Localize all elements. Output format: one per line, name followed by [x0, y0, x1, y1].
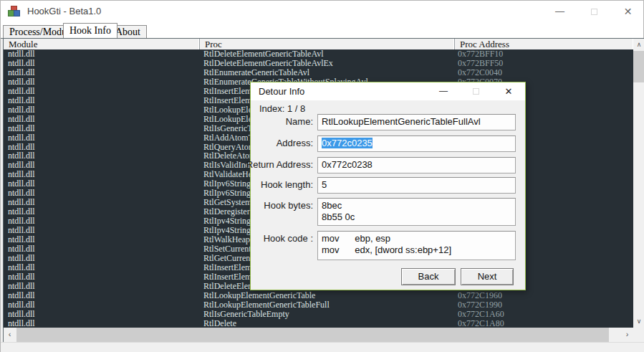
cell-proc: RtlEnumerateGenericTableAvl: [203, 68, 309, 77]
hook-bytes-label: Hook bytes:: [264, 200, 313, 211]
cell-module: ntdll.dll: [8, 254, 35, 263]
cell-module: ntdll.dll: [8, 87, 35, 96]
cell-module: ntdll.dll: [8, 133, 35, 143]
app-icon: [8, 6, 21, 17]
cell-module: ntdll.dll: [8, 68, 35, 77]
vertical-scroll-thumb[interactable]: [633, 51, 644, 82]
selected-address-text: 0x772c0235: [322, 138, 373, 148]
hook-code-field[interactable]: mov ebp, espmov edx, [dword ss:ebp+12]: [317, 231, 516, 260]
bottom-strip: [1, 342, 644, 352]
cell-proc-address: 0x772C1A60: [458, 310, 504, 319]
title-bar: HookGti - Beta1.0 — ✕: [1, 1, 643, 22]
hook-length-label: Hook length:: [261, 179, 313, 190]
name-label: Name:: [286, 116, 313, 127]
cell-module: ntdll.dll: [8, 105, 35, 115]
hook-bytes-line: 8b55 0c: [322, 211, 515, 223]
cell-proc-address: 0x772C1990: [458, 300, 502, 310]
cell-module: ntdll.dll: [8, 282, 35, 291]
cell-module: ntdll.dll: [8, 319, 35, 328]
table-row[interactable]: ntdll.dllRtlLookupElementGenericTable0x7…: [4, 291, 633, 300]
column-header-module[interactable]: Module: [4, 39, 200, 49]
dialog-minimize-button[interactable]: —: [431, 82, 456, 100]
cell-proc-address: 0x772C0040: [458, 68, 502, 77]
hook-code-line: mov ebp, esp: [322, 233, 515, 244]
cell-proc: RtlDelete: [203, 319, 236, 328]
cell-proc-address: 0x772BFF50: [458, 59, 503, 68]
table-row[interactable]: ntdll.dllRtlLookupElementGenericTableFul…: [4, 300, 633, 310]
detour-info-dialog: Detour Info — ✕ Index: 1 / 8 Name: RtlLo…: [250, 82, 526, 290]
dialog-title: Detour Info: [259, 86, 304, 97]
cell-module: ntdll.dll: [8, 59, 35, 68]
horizontal-scroll-thumb[interactable]: [16, 328, 609, 342]
hook-bytes-line: 8bec: [322, 200, 515, 211]
table-header: Module Proc Proc Address: [4, 39, 633, 49]
hook-code-line: mov edx, [dword ss:ebp+12]: [322, 244, 515, 256]
app-window: HookGti - Beta1.0 — ✕ Process/Module Hoo…: [0, 0, 644, 352]
cell-module: ntdll.dll: [8, 244, 35, 254]
maximize-button[interactable]: [578, 1, 610, 22]
return-address-label: Return Address:: [246, 159, 313, 170]
cell-proc: RtlLookupElementGenericTableFull: [203, 300, 330, 310]
cell-proc: RtlDeleteElementGenericTableAvlEx: [203, 59, 333, 68]
dialog-maximize-button[interactable]: [463, 82, 488, 100]
index-label: Index: 1 / 8: [259, 103, 305, 114]
address-field[interactable]: 0x772c0235: [317, 135, 516, 152]
cell-module: ntdll.dll: [8, 291, 35, 300]
column-header-proc-address[interactable]: Proc Address: [455, 39, 633, 49]
hook-code-label: Hook code :: [264, 233, 313, 244]
dialog-maximize-icon: [473, 88, 479, 95]
cell-module: ntdll.dll: [8, 310, 35, 319]
scroll-up-icon[interactable]: ∧: [633, 39, 644, 51]
cell-module: ntdll.dll: [8, 300, 35, 310]
name-field[interactable]: RtlLookupElementGenericTableFullAvl: [317, 114, 516, 130]
cell-proc: RtlIsGenericTableEmpty: [203, 310, 289, 319]
cell-module: ntdll.dll: [8, 77, 35, 87]
cell-module: ntdll.dll: [8, 272, 35, 282]
hook-bytes-field[interactable]: 8bec8b55 0c: [317, 198, 516, 226]
table-row[interactable]: ntdll.dllRtlIsGenericTableEmpty0x772C1A6…: [4, 310, 633, 319]
table-row[interactable]: ntdll.dllRtlEnumerateGenericTableAvl0x77…: [4, 68, 633, 77]
maximize-icon: [591, 9, 597, 15]
hook-length-field[interactable]: 5: [317, 177, 516, 194]
scroll-left-icon[interactable]: ‹: [4, 328, 16, 342]
close-button[interactable]: ✕: [612, 1, 644, 22]
cell-proc-address: 0x772C1960: [458, 291, 502, 300]
table-row[interactable]: ntdll.dllRtlDeleteElementGenericTableAvl…: [4, 59, 633, 68]
dialog-title-bar: Detour Info — ✕: [251, 82, 525, 100]
app-icon-cube-blue: [14, 10, 20, 16]
scroll-down-icon[interactable]: ∨: [633, 315, 644, 328]
horizontal-scrollbar[interactable]: ‹ ›: [4, 328, 633, 342]
column-header-proc[interactable]: Proc: [200, 39, 455, 49]
cell-proc-address: 0x772C1A80: [458, 319, 504, 328]
minimize-button[interactable]: —: [544, 1, 576, 22]
scroll-right-icon[interactable]: ›: [621, 328, 633, 342]
tab-bar: Process/Module Hook Info About: [1, 22, 643, 38]
return-address-field[interactable]: 0x772c0238: [317, 157, 516, 173]
back-button[interactable]: Back: [401, 268, 456, 285]
scrollbar-corner: [633, 328, 644, 342]
address-label: Address:: [277, 138, 313, 148]
table-row[interactable]: ntdll.dllRtlDelete0x772C1A80: [4, 319, 633, 328]
tab-hook-info[interactable]: Hook Info: [63, 23, 117, 38]
cell-module: ntdll.dll: [8, 96, 35, 105]
cell-module: ntdll.dll: [8, 263, 35, 272]
cell-module: ntdll.dll: [8, 115, 35, 124]
vertical-scrollbar[interactable]: ∧ ∨: [633, 39, 644, 328]
cell-module: ntdll.dll: [8, 124, 35, 133]
dialog-close-button[interactable]: ✕: [496, 82, 521, 100]
cell-proc: RtlLookupElementGenericTable: [203, 291, 315, 300]
next-button[interactable]: Next: [461, 268, 514, 285]
window-title: HookGti - Beta1.0: [27, 6, 101, 16]
